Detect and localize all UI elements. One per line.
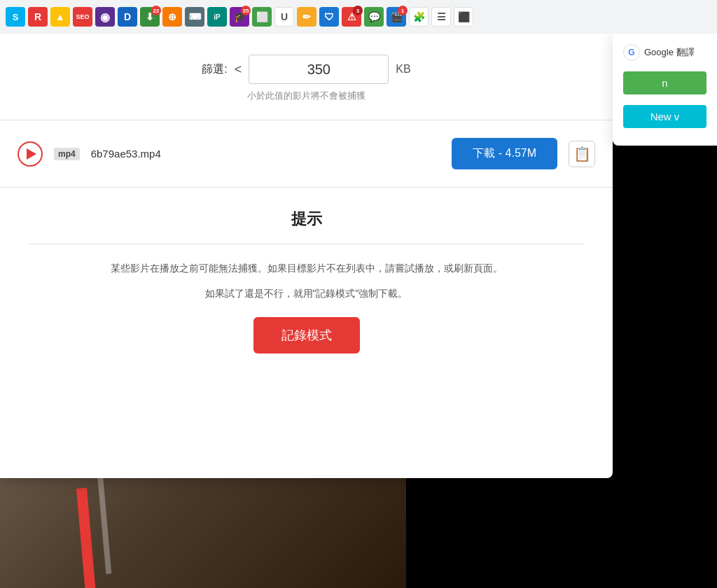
google-logo: G xyxy=(623,44,640,61)
right-panel: G Google 翻譯 n New v xyxy=(613,34,717,146)
new-blue-button[interactable]: New v xyxy=(623,105,706,128)
filter-input[interactable] xyxy=(249,55,389,84)
filter-chevron[interactable]: < xyxy=(235,62,242,77)
d-icon[interactable]: D xyxy=(118,7,137,27)
box-icon[interactable]: ⬜ xyxy=(252,7,272,27)
r-icon[interactable]: R xyxy=(28,7,48,27)
window-icon[interactable]: ⬛ xyxy=(454,7,473,27)
filter-label: 篩選: xyxy=(202,62,227,77)
triangle-icon[interactable]: ▲ xyxy=(50,7,70,27)
keyboard-icon[interactable]: ⌨ xyxy=(185,7,204,27)
video-stripe xyxy=(76,487,97,588)
chrome-toolbar: S R ▲ SEO ◉ D ⬇ 22 ⊕ ⌨ iP 🎓 35 ⬜ U ✏ 🛡 ⚠… xyxy=(0,0,717,34)
new-green-button[interactable]: n xyxy=(623,71,706,94)
clipboard-button[interactable]: 📋 xyxy=(569,141,595,167)
file-type-badge: mp4 xyxy=(54,148,80,160)
record-mode-button[interactable]: 記錄模式 xyxy=(253,317,360,354)
google-translate-label: Google 翻譯 xyxy=(644,46,695,59)
target-icon[interactable]: ⊕ xyxy=(162,7,182,27)
divider-2 xyxy=(0,187,613,188)
file-name: 6b79ae53.mp4 xyxy=(91,148,441,160)
shield-icon[interactable]: 🛡 xyxy=(319,7,339,27)
tips-section: 提示 某些影片在播放之前可能無法捕獲。如果目標影片不在列表中，請嘗試播放，或刷新… xyxy=(14,195,599,368)
tips-divider xyxy=(28,244,585,244)
swirl-icon[interactable]: ◉ xyxy=(95,7,115,27)
filter-hint: 小於此值的影片將不會被捕獲 xyxy=(247,90,366,102)
divider-1 xyxy=(0,120,613,120)
tips-title: 提示 xyxy=(28,209,585,230)
filter-section: 篩選: < KB 小於此值的影片將不會被捕獲 xyxy=(0,34,613,116)
filter-unit: KB xyxy=(396,63,410,76)
puzzle-icon[interactable]: 🧩 xyxy=(409,7,429,27)
active-extension-icon[interactable]: 🎬 1 xyxy=(387,7,406,27)
hat-icon[interactable]: 🎓 35 xyxy=(230,7,249,27)
pencil-icon[interactable]: ✏ xyxy=(297,7,316,27)
download-badge-icon[interactable]: ⬇ 22 xyxy=(140,7,160,27)
skype-icon[interactable]: S xyxy=(6,7,25,27)
play-triangle-icon xyxy=(27,148,36,160)
warning-icon[interactable]: ⚠ 3 xyxy=(342,7,361,27)
ip-icon[interactable]: iP xyxy=(207,7,227,27)
tips-line2: 如果試了還是不行，就用"記錄模式"強制下載。 xyxy=(28,284,585,303)
clipboard-icon: 📋 xyxy=(573,146,591,162)
u-icon[interactable]: U xyxy=(274,7,294,27)
play-button[interactable] xyxy=(18,141,43,167)
video-item: mp4 6b79ae53.mp4 下載 - 4.57M 📋 xyxy=(0,124,613,183)
extension-popup: 篩選: < KB 小於此值的影片將不會被捕獲 mp4 6b79ae53.mp4 … xyxy=(0,34,613,478)
video-stripe2 xyxy=(97,473,111,574)
chat-icon[interactable]: 💬 xyxy=(364,7,384,27)
tips-line1: 某些影片在播放之前可能無法捕獲。如果目標影片不在列表中，請嘗試播放，或刷新頁面。 xyxy=(28,258,585,278)
download-button[interactable]: 下載 - 4.57M xyxy=(452,138,557,169)
google-translate-row: G Google 翻譯 xyxy=(623,44,706,61)
seo-icon[interactable]: SEO xyxy=(73,7,92,27)
menu-icon[interactable]: ☰ xyxy=(431,7,451,27)
